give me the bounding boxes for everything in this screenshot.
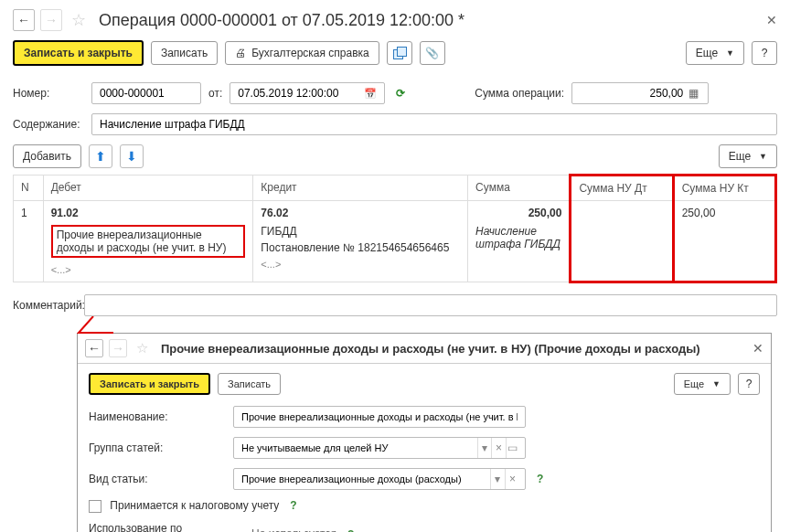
comment-input[interactable] [91, 298, 771, 313]
help-icon[interactable]: ? [290, 499, 296, 512]
sub-save-close-button[interactable]: Записать и закрыть [89, 373, 210, 395]
subwindow: ← → ☆ Прочие внереализационные доходы и … [77, 333, 772, 532]
dropdown-icon[interactable]: ▾ [477, 438, 491, 458]
sub-default-label: Использование по умолчанию: [89, 522, 244, 532]
sub-taxcb-wrapper[interactable]: Принимается к налоговому учету [89, 499, 279, 513]
comment-field[interactable] [84, 294, 777, 316]
nav-back-button[interactable]: ← [13, 9, 35, 31]
cell-sum-nu-kt[interactable]: 250,00 [673, 201, 775, 282]
calendar-icon[interactable] [361, 88, 379, 100]
sub-more-label: Еще [684, 378, 704, 389]
form-row-number: Номер: от: Сумма операции: ▦ [13, 82, 777, 104]
clear-icon[interactable]: × [505, 469, 519, 489]
credit-empty[interactable]: <...> [261, 259, 281, 270]
grid-row[interactable]: 1 91.02 Прочие внереализационные доходы … [14, 201, 776, 282]
entries-grid: N Дебет Кредит Сумма Сумма НУ Дт Сумма Н… [13, 174, 777, 283]
attach-icon [425, 47, 439, 59]
sub-group-input[interactable] [240, 442, 477, 454]
calculator-icon[interactable]: ▦ [685, 87, 702, 100]
sub-save-button[interactable]: Записать [218, 373, 281, 395]
arrow-up-icon: ⬆ [95, 149, 106, 164]
content-field[interactable] [91, 113, 777, 135]
grid-toolbar: Добавить ⬆ ⬇ Еще▼ [13, 144, 777, 168]
more-button[interactable]: Еще▼ [686, 41, 744, 65]
cell-debit[interactable]: 91.02 Прочие внереализационные доходы и … [43, 201, 253, 282]
sub-type-input[interactable] [240, 473, 490, 485]
tax-checkbox[interactable] [89, 500, 101, 513]
sum-value: 250,00 [475, 207, 561, 219]
sub-group-field[interactable]: ▾ × ▭ [233, 437, 526, 459]
more-label: Еще [696, 47, 718, 59]
comment-row: Комментарий: [13, 294, 777, 316]
sum-label: Сумма операции: [475, 87, 564, 100]
sub-row-default: Использование по умолчанию: Не используе… [89, 522, 760, 532]
subwindow-titlebar: ← → ☆ Прочие внереализационные доходы и … [78, 334, 771, 364]
content-input[interactable] [98, 117, 771, 132]
form-row-content: Содержание: [13, 113, 777, 135]
copy-button[interactable] [387, 41, 412, 65]
main-titlebar: ← → ☆ Операция 0000-000001 от 07.05.2019… [13, 9, 777, 31]
save-button[interactable]: Записать [151, 41, 218, 65]
sub-toolbar: Записать и закрыть Записать Еще▼ ? [89, 373, 760, 395]
move-up-button[interactable]: ⬆ [89, 144, 112, 168]
sub-type-field[interactable]: ▾ × [233, 468, 526, 490]
col-debit: Дебет [43, 176, 253, 201]
open-icon[interactable]: ▭ [506, 438, 519, 458]
grid-more-button[interactable]: Еще▼ [719, 144, 777, 168]
sub-row-group: Группа статей: ▾ × ▭ [89, 437, 760, 459]
debit-account: 91.02 [51, 207, 246, 219]
col-sum: Сумма [468, 176, 571, 201]
sub-default-link[interactable]: Не используется [251, 527, 336, 532]
sub-close-icon[interactable]: ✕ [753, 341, 763, 356]
favorite-star-icon[interactable]: ☆ [71, 10, 86, 30]
sub-more-button[interactable]: Еще▼ [674, 373, 731, 395]
credit-subconto1: ГИБДД [261, 225, 460, 238]
sub-group-label: Группа статей: [89, 442, 226, 454]
add-row-button[interactable]: Добавить [13, 144, 81, 168]
attach-button[interactable] [420, 41, 445, 65]
sum-field[interactable]: ▦ [571, 82, 709, 104]
col-n: N [14, 176, 44, 201]
credit-subconto2: Постановление № 182154654656465 [261, 241, 460, 254]
print-accounting-ref-label: Бухгалтерская справка [251, 47, 369, 59]
cell-sum[interactable]: 250,00 Начисление штрафа ГИБДД [468, 201, 571, 282]
credit-account: 76.02 [261, 207, 460, 219]
page-title: Операция 0000-000001 от 07.05.2019 12:00… [99, 11, 464, 30]
nav-forward-button: → [40, 9, 62, 31]
debit-subconto: Прочие внереализационные доходы и расход… [57, 229, 227, 254]
arrow-down-icon: ⬇ [126, 149, 137, 164]
sub-row-taxcb: Принимается к налоговому учету ? [89, 499, 760, 513]
number-label: Номер: [13, 87, 84, 100]
sub-nav-back-button[interactable]: ← [85, 339, 103, 357]
grid-header-row: N Дебет Кредит Сумма Сумма НУ Дт Сумма Н… [14, 176, 776, 201]
sub-help-button[interactable]: ? [738, 373, 760, 395]
debit-subconto-highlight[interactable]: Прочие внереализационные доходы и расход… [51, 225, 246, 258]
save-close-button[interactable]: Записать и закрыть [13, 40, 144, 66]
main-toolbar: Записать и закрыть Записать Бухгалтерска… [13, 40, 777, 66]
sub-type-label: Вид статьи: [89, 473, 226, 485]
help-icon[interactable]: ? [537, 473, 543, 485]
sum-input[interactable] [578, 86, 685, 101]
clear-icon[interactable]: × [491, 438, 505, 458]
dropdown-icon[interactable]: ▾ [490, 469, 505, 489]
number-field[interactable] [91, 82, 201, 104]
subwindow-title: Прочие внереализационные доходы и расход… [161, 342, 700, 356]
help-icon[interactable]: ? [347, 528, 354, 532]
print-accounting-ref-button[interactable]: Бухгалтерская справка [225, 41, 379, 65]
help-button[interactable]: ? [752, 41, 777, 65]
refresh-icon[interactable] [396, 87, 405, 100]
col-sum-nu-kt: Сумма НУ Кт [673, 176, 775, 201]
date-input[interactable] [236, 86, 361, 101]
date-field[interactable] [230, 82, 385, 104]
cell-credit[interactable]: 76.02 ГИБДД Постановление № 182154654656… [253, 201, 468, 282]
move-down-button[interactable]: ⬇ [120, 144, 144, 168]
sum-note: Начисление штрафа ГИБДД [475, 225, 561, 250]
number-input[interactable] [98, 86, 195, 101]
close-icon[interactable]: ✕ [766, 13, 777, 27]
sub-favorite-star-icon[interactable]: ☆ [136, 340, 148, 356]
sub-name-field[interactable] [233, 406, 526, 428]
cell-sum-nu-dt[interactable] [571, 201, 673, 282]
sub-nav-forward-button: → [109, 339, 127, 357]
debit-empty[interactable]: <...> [51, 264, 71, 275]
sub-name-input[interactable] [240, 410, 519, 423]
